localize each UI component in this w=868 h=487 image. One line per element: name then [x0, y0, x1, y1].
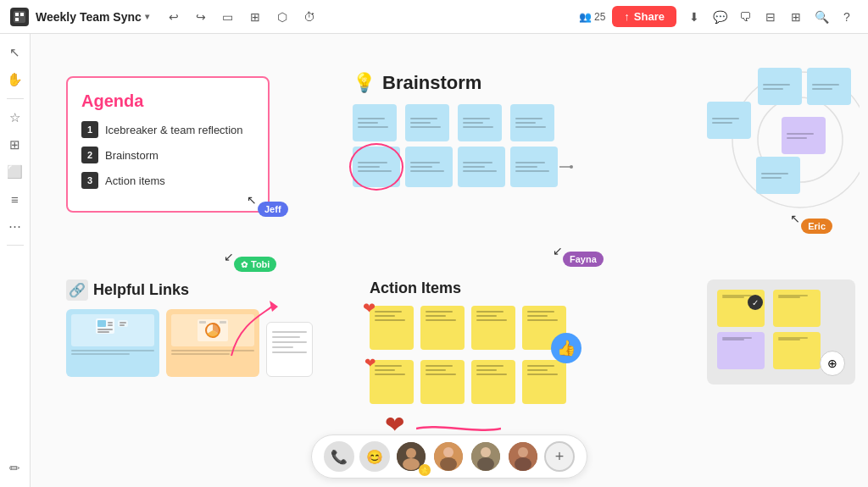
undo-button[interactable]: ↩	[163, 6, 185, 28]
title-text: Weekly Team Sync	[36, 10, 142, 24]
avatar-2[interactable]	[432, 440, 465, 473]
action-sticky-6[interactable]	[420, 360, 465, 404]
sidebar-hand-tool[interactable]: ✋	[3, 68, 27, 91]
sidebar-frame-tool[interactable]: ⬜	[3, 160, 27, 184]
svg-rect-20	[220, 321, 226, 324]
diagram-sticky-4[interactable]	[756, 157, 800, 194]
action-sticky-2[interactable]	[420, 306, 465, 350]
action-sticky-1[interactable]	[370, 306, 414, 350]
grouped-note-3[interactable]	[717, 332, 765, 369]
avatar-1-star: ⭐	[419, 464, 431, 476]
brainstorm-sticky-5[interactable]	[353, 147, 400, 187]
sidebar-list-tool[interactable]: ≡	[3, 187, 27, 211]
sidebar-grid-tool[interactable]: ⊞	[3, 133, 27, 157]
svg-point-32	[518, 447, 528, 457]
action-grid: ❤ 👍	[370, 306, 568, 404]
sidebar-pencil-tool[interactable]: ✏	[3, 457, 27, 480]
brainstorm-sticky-1[interactable]	[353, 104, 397, 141]
action-sticky-5[interactable]	[370, 360, 414, 404]
svg-point-30	[477, 457, 494, 471]
add-participant-button[interactable]: +	[544, 441, 575, 472]
heart-icon-1: ❤	[363, 299, 376, 318]
underline-annotation	[416, 422, 501, 435]
user-count: 👥 25	[579, 11, 605, 23]
diagram-sticky-3[interactable]	[782, 117, 826, 154]
svg-rect-2	[20, 13, 24, 16]
brainstorm-sticky-4[interactable]	[510, 104, 554, 141]
agenda-label-2: Brainstorm	[105, 149, 159, 162]
svg-rect-11	[97, 331, 109, 333]
chat-button[interactable]: 💬	[709, 6, 731, 28]
links-title-text: Helpful Links	[93, 281, 189, 299]
share-label: Share	[634, 10, 665, 23]
action-sticky-7[interactable]	[471, 360, 515, 404]
link-card-2[interactable]	[166, 309, 259, 377]
svg-rect-3	[15, 18, 19, 21]
topbar-actions: ↩ ↪ ▭ ⊞ ⬡ ⏱	[163, 6, 320, 28]
brainstorm-grid-bottom	[353, 147, 558, 187]
brainstorm-sticky-6[interactable]	[405, 147, 453, 187]
agenda-item-1: 1 Icebreaker & team reflection	[81, 121, 254, 138]
timer-button[interactable]: ⏱	[298, 6, 320, 28]
zoom-button[interactable]: ⊕	[820, 351, 845, 376]
download-button[interactable]: ⬇	[683, 6, 705, 28]
brainstorm-sticky-8-wrap	[510, 147, 558, 187]
grouped-note-1-wrap: ✓	[717, 290, 768, 327]
grouped-note-2[interactable]	[773, 290, 821, 327]
template-button[interactable]: ⊞	[244, 6, 266, 28]
cursor-fayna: ↙	[553, 244, 563, 257]
app-logo	[10, 8, 29, 26]
avatar-3[interactable]	[470, 440, 502, 473]
agenda-label-1: Icebreaker & team reflection	[105, 124, 243, 136]
sidebar-more-tool[interactable]: ⋯	[3, 214, 27, 238]
brainstorm-sticky-7[interactable]	[458, 147, 505, 187]
arrow-connector	[559, 161, 576, 173]
brainstorm-sticky-8[interactable]	[510, 147, 558, 187]
sidebar-star-tool[interactable]: ☆	[3, 106, 27, 130]
action-sticky-3[interactable]	[471, 306, 515, 350]
brainstorm-grid-top	[353, 104, 558, 141]
diagram-sticky-2[interactable]	[807, 68, 851, 105]
circular-diagram	[690, 59, 860, 220]
topbar-right-icons: ⬇ 💬 🗨 ⊟ ⊞ 🔍 ?	[683, 6, 858, 28]
document-title[interactable]: Weekly Team Sync ▾	[36, 10, 149, 24]
agenda-num-1: 1	[81, 121, 98, 138]
svg-point-29	[481, 447, 491, 457]
brainstorm-sticky-3[interactable]	[458, 104, 502, 141]
comment-button[interactable]: 🗨	[734, 6, 756, 28]
phone-button[interactable]: 📞	[324, 441, 354, 472]
heart-icon-2: ❤	[364, 355, 376, 371]
emoji-button[interactable]: 😊	[359, 441, 390, 472]
grid-view-button[interactable]: ⊞	[785, 6, 807, 28]
cursor-eric: ↗	[790, 212, 800, 225]
avatar-4[interactable]	[507, 440, 539, 473]
share-button[interactable]: ↑ Share	[612, 6, 676, 27]
links-icon: 🔗	[66, 279, 88, 301]
bottom-toolbar: 📞 😊 ⭐	[311, 434, 587, 479]
search-button[interactable]: 🔍	[810, 6, 832, 28]
grouped-note-4[interactable]	[773, 332, 821, 369]
action-sticky-1-wrap: ❤	[370, 306, 415, 350]
shape-button[interactable]: ⬡	[271, 6, 293, 28]
link-card-1[interactable]	[66, 309, 159, 377]
check-badge: ✓	[748, 295, 763, 310]
svg-rect-19	[199, 321, 206, 324]
diagram-sticky-1[interactable]	[758, 68, 802, 105]
action-items-title: Action Items	[370, 279, 568, 297]
left-sidebar: ↖ ✋ ☆ ⊞ ⬜ ≡ ⋯ ✏	[0, 34, 31, 487]
diagram-sticky-5[interactable]	[707, 102, 751, 139]
user-count-value: 25	[594, 11, 605, 23]
redo-button[interactable]: ↪	[190, 6, 212, 28]
link-card-3[interactable]	[266, 322, 313, 377]
collaborate-button[interactable]: ⊟	[760, 6, 782, 28]
sidebar-cursor-tool[interactable]: ↖	[3, 41, 27, 64]
grouped-notes: ✓ ⊕	[707, 279, 855, 385]
agenda-label-3: Action items	[105, 174, 165, 187]
agenda-card: Agenda 1 Icebreaker & team reflection 2 …	[66, 76, 270, 213]
help-button[interactable]: ?	[836, 6, 858, 28]
svg-point-26	[443, 447, 453, 457]
action-sticky-8[interactable]	[522, 360, 566, 404]
frame-button[interactable]: ▭	[217, 6, 239, 28]
svg-rect-9	[97, 320, 106, 327]
brainstorm-sticky-2[interactable]	[405, 104, 449, 141]
